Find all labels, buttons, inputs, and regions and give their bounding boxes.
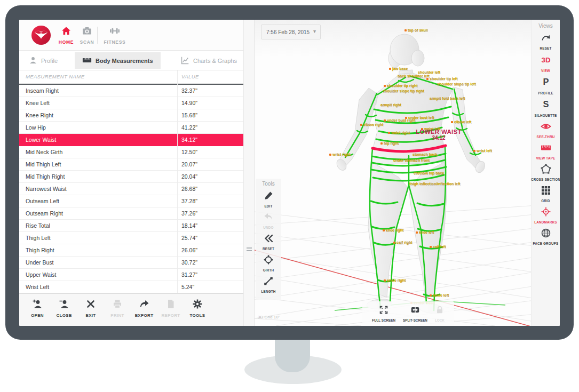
- exit-button[interactable]: EXIT: [79, 299, 102, 318]
- view-gridbtn-button[interactable]: GRID: [532, 185, 560, 203]
- splitscreen-button[interactable]: SPLIT-SCREEN: [403, 305, 427, 322]
- fullscreen-button[interactable]: FULL SCREEN: [372, 305, 395, 322]
- view-silhouette-button[interactable]: SSILHOUETTE: [532, 99, 560, 117]
- nav-home[interactable]: HOME: [54, 26, 78, 45]
- tools-button[interactable]: TOOLS: [186, 299, 209, 318]
- table-row[interactable]: Knee Right15.68": [19, 109, 243, 122]
- lock-icon: [435, 305, 445, 317]
- table-row[interactable]: Narrowest Waist26.68": [19, 183, 243, 195]
- table-row[interactable]: Mid Neck Girth12.50": [19, 146, 243, 158]
- svg-text:P: P: [543, 77, 549, 86]
- measurement-value: 37.28": [181, 195, 197, 207]
- tab-charts-graphs[interactable]: Charts & Graphs: [180, 54, 237, 67]
- measurement-name: Knee Right: [26, 109, 53, 121]
- svg-text:S: S: [543, 99, 549, 109]
- tab-body-measurements[interactable]: Body Measurements: [75, 52, 161, 69]
- table-row[interactable]: Lower Waist34.12": [19, 134, 243, 146]
- panel-splitter[interactable]: [243, 20, 255, 326]
- tool-length-button[interactable]: LENGTH: [256, 276, 281, 293]
- table-row[interactable]: Under Bust30.72": [19, 257, 243, 269]
- scan-date-dropdown[interactable]: 7:56 Feb 28, 2015 ▾: [261, 25, 321, 39]
- tool-girth-button[interactable]: GIRTH: [256, 254, 281, 272]
- nav-fitness[interactable]: FITNESS: [101, 26, 128, 45]
- view-facegroups-button[interactable]: FACE GROUPS: [532, 228, 560, 245]
- tab-body-measurements-label: Body Measurements: [96, 58, 153, 64]
- measurements-table[interactable]: Inseam Right32.37"Knee Left14.90"Knee Ri…: [19, 85, 243, 293]
- tab-profile[interactable]: Profile: [29, 54, 58, 67]
- measurement-value: 12.50": [181, 146, 197, 158]
- nav-scan-label: SCAN: [75, 39, 99, 45]
- measurements-panel: HOME SCAN FITNESS Profile: [19, 20, 243, 326]
- table-row[interactable]: Knee Left14.90": [19, 97, 243, 109]
- open-button[interactable]: OPEN: [26, 299, 49, 318]
- 3d-viewport[interactable]: top of skulljaw baseshoulder leftback sh…: [255, 20, 560, 326]
- table-row[interactable]: Outseam Right37.26": [19, 207, 243, 220]
- table-row[interactable]: Low Hip41.22": [19, 122, 243, 134]
- export-label: EXPORT: [135, 313, 154, 318]
- home-icon: [61, 29, 72, 38]
- value-header: VALUE: [181, 74, 199, 79]
- nav-scan[interactable]: SCAN: [75, 26, 99, 45]
- tools-label: TOOLS: [190, 313, 205, 318]
- lock-label: LOCK: [435, 318, 445, 322]
- view-viewreset-button[interactable]: RESET: [532, 33, 560, 50]
- tab-row: Profile Body Measurements Charts & Graph…: [19, 51, 243, 70]
- dumbbell-icon: [109, 29, 120, 38]
- viewreset-icon: [541, 33, 551, 45]
- grid-scale-label: 3D Grid 10": [258, 315, 280, 319]
- splitter-grip-icon[interactable]: [247, 247, 252, 252]
- landmarks-label: LANDMARKS: [534, 220, 557, 224]
- edit-label: EDIT: [264, 204, 272, 208]
- monitor-bezel: HOME SCAN FITNESS Profile: [5, 5, 574, 340]
- view-profileview-button[interactable]: PPROFILE: [532, 76, 560, 95]
- facegroups-icon: [541, 228, 551, 241]
- view-seethru-button[interactable]: SEE-THRU: [532, 121, 560, 139]
- measurement-name: Outseam Right: [26, 207, 63, 219]
- tools-panel-title: Tools: [256, 181, 281, 187]
- print-button: PRINT: [106, 299, 129, 318]
- profileview-label: PROFILE: [538, 91, 553, 95]
- table-row[interactable]: Rise Total18.14": [19, 220, 243, 232]
- close-label: CLOSE: [56, 313, 72, 318]
- export-button[interactable]: EXPORT: [132, 299, 156, 318]
- viewreset-label: RESET: [540, 46, 552, 50]
- tool-edit-button[interactable]: EDIT: [256, 190, 281, 208]
- girth-label: GIRTH: [263, 268, 274, 272]
- table-row[interactable]: Upper Waist31.27": [19, 269, 243, 281]
- view-view3d-button[interactable]: 3DVIEW: [532, 54, 560, 73]
- tab-profile-label: Profile: [41, 58, 58, 64]
- print-label: PRINT: [110, 313, 124, 318]
- length-label: LENGTH: [261, 290, 275, 293]
- report-icon: [165, 299, 176, 311]
- silhouette-icon: S: [540, 99, 552, 113]
- measurement-name: Upper Waist: [26, 269, 56, 281]
- fullscreen-icon: [379, 305, 388, 317]
- report-label: REPORT: [161, 313, 180, 318]
- tool-resettool-button[interactable]: RESET: [256, 233, 281, 251]
- measurement-name: Thigh Right: [26, 244, 54, 256]
- open-icon: [32, 299, 43, 311]
- viewtape-label: VIEW TAPE: [536, 156, 556, 160]
- table-row[interactable]: Mid Thigh Right20.04": [19, 171, 243, 183]
- view-landmarks-button[interactable]: LANDMARKS: [532, 206, 560, 224]
- tab-charts-graphs-label: Charts & Graphs: [193, 58, 237, 64]
- scan-date-value: 7:56 Feb 28, 2015: [266, 29, 310, 35]
- table-row[interactable]: Wrist Left5.24": [19, 281, 243, 293]
- measurement-value: 32.37": [181, 85, 197, 97]
- view-viewtape-button[interactable]: VIEW TAPE: [532, 142, 560, 160]
- seethru-label: SEE-THRU: [537, 135, 555, 139]
- app-logo-icon: [31, 25, 51, 45]
- table-row[interactable]: Inseam Right32.37": [19, 85, 243, 97]
- table-row[interactable]: Thigh Left25.74": [19, 232, 243, 244]
- table-row[interactable]: Outseam Left37.28": [19, 195, 243, 207]
- report-button: REPORT: [159, 299, 183, 318]
- measurement-name: Wrist Left: [26, 281, 49, 293]
- measurement-name: Mid Thigh Right: [26, 171, 65, 182]
- view-crosssection-button[interactable]: CROSS-SECTION: [532, 164, 560, 181]
- table-row[interactable]: Thigh Right26.06": [19, 244, 243, 257]
- table-row[interactable]: Mid Thigh Left20.07": [19, 158, 243, 171]
- measurement-value: 34.12": [181, 134, 197, 146]
- tool-undo-button: UNDO: [256, 212, 281, 229]
- measurement-name: Outseam Left: [26, 195, 59, 207]
- close-button[interactable]: CLOSE: [52, 299, 76, 318]
